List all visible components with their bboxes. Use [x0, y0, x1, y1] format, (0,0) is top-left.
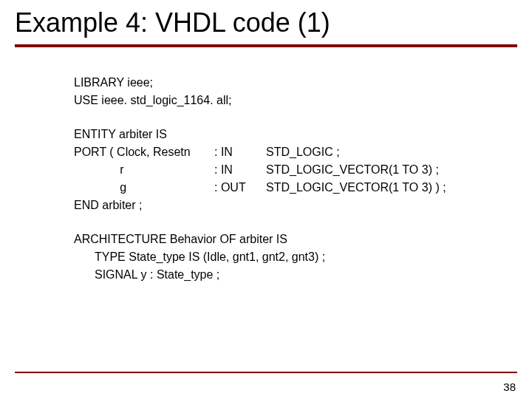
slide-title: Example 4: VHDL code (1) [15, 7, 330, 38]
blank-line [74, 109, 488, 126]
port-cell: : OUT [214, 179, 266, 197]
port-cell: : IN [214, 161, 266, 179]
code-line: SIGNAL y : State_type ; [74, 266, 488, 284]
port-row: g : OUT STD_LOGIC_VECTOR(1 TO 3) ) ; [74, 179, 454, 197]
title-rule [15, 44, 517, 47]
port-row: r : IN STD_LOGIC_VECTOR(1 TO 3) ; [74, 161, 454, 179]
code-block: LIBRARY ieee; USE ieee. std_logic_1164. … [74, 74, 488, 284]
port-cell: STD_LOGIC ; [266, 143, 454, 161]
page-number: 38 [503, 381, 516, 393]
code-line: ARCHITECTURE Behavior OF arbiter IS [74, 231, 488, 248]
blank-line [74, 214, 488, 231]
code-line: LIBRARY ieee; [74, 74, 488, 92]
footer-rule [15, 372, 517, 373]
port-cell: g [74, 179, 214, 197]
code-line: TYPE State_type IS (Idle, gnt1, gnt2, gn… [74, 248, 488, 266]
code-line: USE ieee. std_logic_1164. all; [74, 92, 488, 109]
code-line: END arbiter ; [74, 197, 488, 214]
port-cell: : IN [214, 143, 266, 161]
slide: Example 4: VHDL code (1) LIBRARY ieee; U… [0, 0, 532, 399]
port-cell: PORT ( Clock, Resetn [74, 143, 214, 161]
port-row: PORT ( Clock, Resetn : IN STD_LOGIC ; [74, 143, 454, 161]
port-cell: STD_LOGIC_VECTOR(1 TO 3) ; [266, 161, 454, 179]
port-cell: STD_LOGIC_VECTOR(1 TO 3) ) ; [266, 179, 454, 197]
port-cell: r [74, 161, 214, 179]
code-line: ENTITY arbiter IS [74, 126, 488, 143]
port-table: PORT ( Clock, Resetn : IN STD_LOGIC ; r … [74, 143, 454, 197]
